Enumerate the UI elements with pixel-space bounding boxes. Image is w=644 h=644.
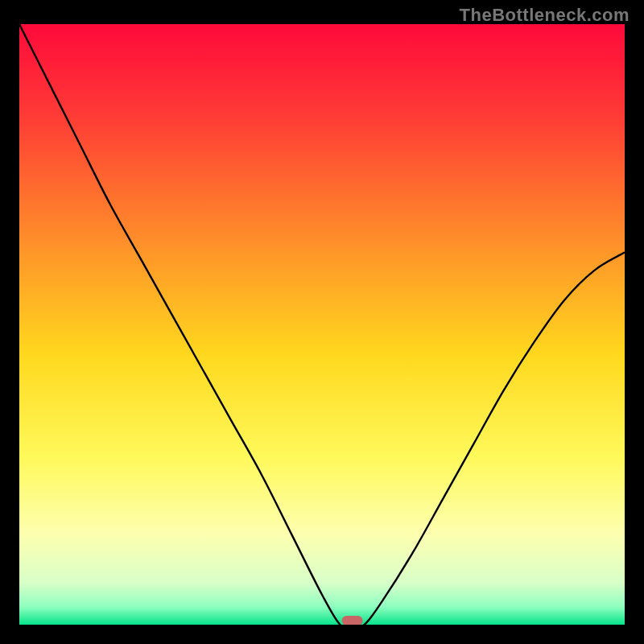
plot-area <box>19 24 625 625</box>
chart-svg <box>19 24 625 625</box>
optimal-marker <box>342 616 363 625</box>
watermark-text: TheBottleneck.com <box>460 5 630 26</box>
gradient-background <box>19 24 625 625</box>
chart-frame: TheBottleneck.com <box>0 0 644 644</box>
